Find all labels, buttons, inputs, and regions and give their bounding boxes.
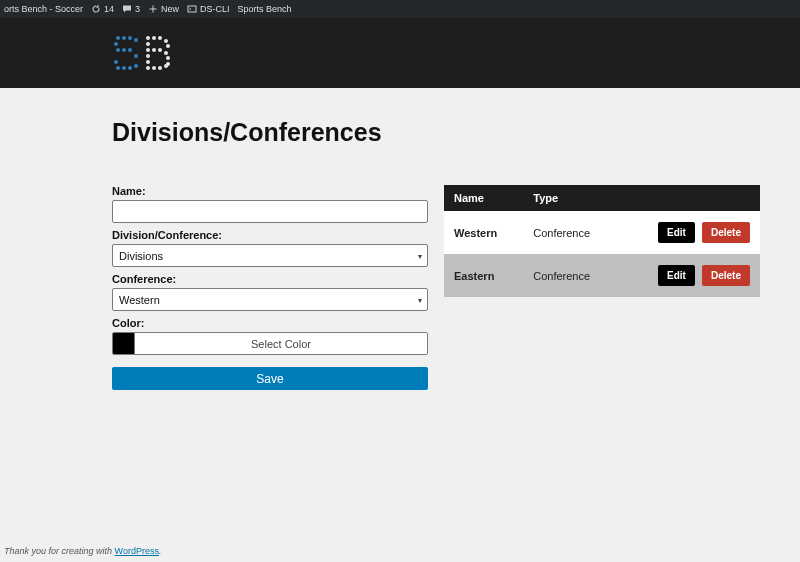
svg-point-27 xyxy=(146,60,150,64)
svg-point-6 xyxy=(116,48,120,52)
svg-point-5 xyxy=(114,42,118,46)
svg-point-17 xyxy=(158,36,162,40)
svg-point-10 xyxy=(114,60,118,64)
adminbar-dscli-label: DS-CLI xyxy=(200,4,230,14)
content-row: Name: Division/Conference: Divisions ▾ C… xyxy=(112,185,800,390)
svg-point-18 xyxy=(164,39,168,43)
adminbar-sportsbench[interactable]: Sports Bench xyxy=(238,4,292,14)
page-title: Divisions/Conferences xyxy=(112,118,800,147)
adminbar-new-label: New xyxy=(161,4,179,14)
plus-icon xyxy=(148,4,158,14)
cell-name: Eastern xyxy=(444,254,523,297)
svg-point-12 xyxy=(122,66,126,70)
save-button[interactable]: Save xyxy=(112,367,428,390)
footer-dot: . xyxy=(159,546,162,556)
edit-button[interactable]: Edit xyxy=(658,222,695,243)
footer-thanks: Thank you for creating with xyxy=(4,546,115,556)
color-swatch[interactable] xyxy=(113,333,135,354)
divisions-table-wrap: Name Type Western Conference Edit Delete xyxy=(444,185,760,297)
svg-point-8 xyxy=(128,48,132,52)
svg-point-21 xyxy=(146,48,150,52)
svg-point-16 xyxy=(152,36,156,40)
color-label: Color: xyxy=(112,317,428,329)
select-color-button[interactable]: Select Color xyxy=(135,333,427,354)
logo-s-icon xyxy=(112,34,140,72)
comment-icon xyxy=(122,4,132,14)
name-input[interactable] xyxy=(112,200,428,223)
svg-point-20 xyxy=(166,44,170,48)
main-content: Divisions/Conferences Name: Division/Con… xyxy=(0,88,800,542)
adminbar-site-name: orts Bench - Soccer xyxy=(4,4,83,14)
svg-point-7 xyxy=(122,48,126,52)
svg-point-25 xyxy=(146,54,150,58)
adminbar-site-link[interactable]: orts Bench - Soccer xyxy=(4,4,83,14)
adminbar-updates-count: 14 xyxy=(104,4,114,14)
svg-point-14 xyxy=(134,64,138,68)
sports-bench-logo xyxy=(112,34,172,72)
conference-label: Conference: xyxy=(112,273,428,285)
adminbar-comments-count: 3 xyxy=(135,4,140,14)
svg-point-31 xyxy=(158,66,162,70)
adminbar-sportsbench-label: Sports Bench xyxy=(238,4,292,14)
th-type: Type xyxy=(523,185,619,211)
svg-point-11 xyxy=(116,66,120,70)
svg-point-32 xyxy=(164,64,168,68)
conference-select[interactable]: Western xyxy=(112,288,428,311)
logo-b-icon xyxy=(144,34,172,72)
svg-point-1 xyxy=(116,36,120,40)
wordpress-link[interactable]: WordPress xyxy=(115,546,159,556)
svg-point-29 xyxy=(146,66,150,70)
svg-point-4 xyxy=(134,38,138,42)
svg-point-19 xyxy=(146,42,150,46)
table-row: Eastern Conference Edit Delete xyxy=(444,254,760,297)
adminbar-new[interactable]: New xyxy=(148,4,179,14)
app-header xyxy=(0,18,800,88)
svg-point-22 xyxy=(152,48,156,52)
name-label: Name: xyxy=(112,185,428,197)
edit-button[interactable]: Edit xyxy=(658,265,695,286)
th-actions xyxy=(620,185,760,211)
divconf-label: Division/Conference: xyxy=(112,229,428,241)
svg-point-24 xyxy=(164,51,168,55)
svg-point-13 xyxy=(128,66,132,70)
adminbar-comments[interactable]: 3 xyxy=(122,4,140,14)
svg-point-3 xyxy=(128,36,132,40)
svg-point-2 xyxy=(122,36,126,40)
adminbar-updates[interactable]: 14 xyxy=(91,4,114,14)
adminbar-dscli[interactable]: DS-CLI xyxy=(187,4,230,14)
delete-button[interactable]: Delete xyxy=(702,222,750,243)
division-form: Name: Division/Conference: Divisions ▾ C… xyxy=(112,185,428,390)
wp-admin-bar: orts Bench - Soccer 14 3 New DS-CLI Spor… xyxy=(0,0,800,18)
table-row: Western Conference Edit Delete xyxy=(444,211,760,254)
cell-type: Conference xyxy=(523,211,619,254)
svg-point-26 xyxy=(166,56,170,60)
cell-type: Conference xyxy=(523,254,619,297)
refresh-icon xyxy=(91,4,101,14)
cell-name: Western xyxy=(444,211,523,254)
svg-point-15 xyxy=(146,36,150,40)
terminal-icon xyxy=(187,4,197,14)
svg-point-30 xyxy=(152,66,156,70)
svg-rect-0 xyxy=(188,6,196,12)
svg-point-9 xyxy=(134,54,138,58)
wp-footer: Thank you for creating with WordPress. xyxy=(4,546,161,556)
delete-button[interactable]: Delete xyxy=(702,265,750,286)
th-name: Name xyxy=(444,185,523,211)
svg-point-23 xyxy=(158,48,162,52)
divconf-select[interactable]: Divisions xyxy=(112,244,428,267)
divisions-table: Name Type Western Conference Edit Delete xyxy=(444,185,760,297)
